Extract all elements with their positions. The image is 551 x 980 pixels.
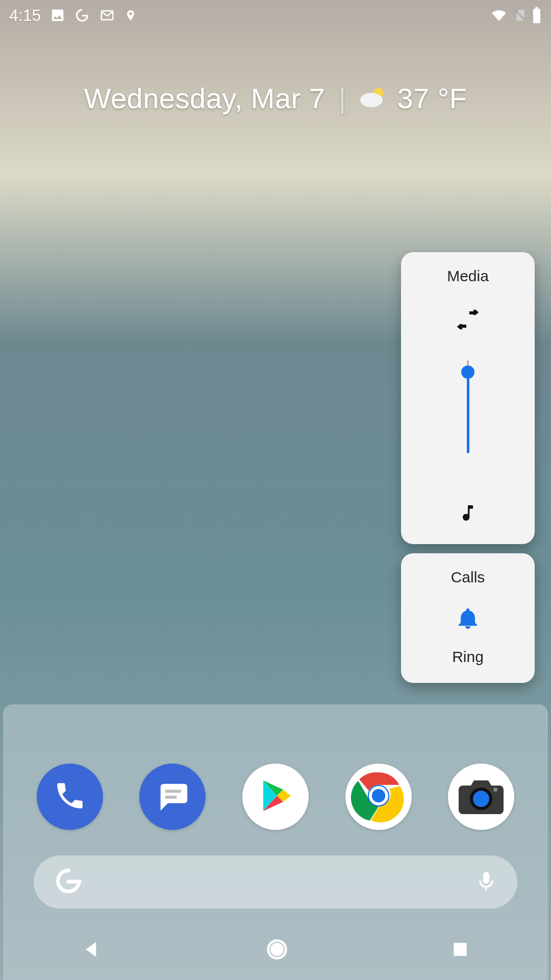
- camera-app[interactable]: [448, 764, 514, 830]
- google-g-icon: [74, 8, 90, 23]
- chrome-app[interactable]: [345, 764, 412, 830]
- status-time: 4:15: [9, 6, 41, 25]
- recents-button[interactable]: [450, 940, 470, 961]
- favorites-tray: [0, 764, 551, 830]
- svg-rect-18: [454, 943, 467, 955]
- message-icon: [155, 778, 190, 816]
- svg-point-17: [271, 944, 282, 954]
- phone-app[interactable]: [37, 764, 103, 830]
- media-volume-panel: Media: [401, 252, 535, 544]
- temperature-label: 37 °F: [397, 82, 467, 115]
- date-weather-widget[interactable]: Wednesday, Mar 7 | 37 °F: [0, 82, 551, 115]
- play-store-icon: [257, 776, 294, 818]
- image-icon: [50, 8, 65, 23]
- calls-mode-label: Ring: [452, 648, 484, 666]
- divider: |: [338, 82, 346, 115]
- calls-title: Calls: [451, 569, 485, 586]
- audio-output-switch-icon[interactable]: [454, 309, 482, 332]
- svg-point-11: [370, 788, 387, 804]
- system-nav-bar: [0, 931, 551, 970]
- volume-panels: Media Calls Ring: [401, 252, 535, 683]
- svg-marker-15: [86, 942, 96, 957]
- wifi-icon: [490, 8, 508, 23]
- partly-cloudy-icon: [359, 82, 388, 115]
- mic-icon[interactable]: [475, 868, 497, 896]
- messages-app[interactable]: [139, 764, 206, 830]
- no-sim-icon: [513, 7, 527, 23]
- svg-point-13: [473, 791, 489, 807]
- svg-rect-1: [533, 9, 540, 23]
- play-store-app[interactable]: [242, 764, 309, 830]
- phone-icon: [53, 779, 87, 815]
- bell-icon[interactable]: [456, 605, 480, 634]
- media-title: Media: [447, 267, 489, 285]
- svg-point-14: [493, 788, 497, 792]
- camera-icon: [457, 775, 506, 818]
- home-button[interactable]: [265, 938, 289, 963]
- date-label: Wednesday, Mar 7: [84, 82, 325, 115]
- status-bar: 4:15: [0, 0, 551, 31]
- chrome-icon: [350, 768, 407, 826]
- battery-icon: [532, 7, 542, 24]
- music-note-icon[interactable]: [458, 501, 478, 527]
- back-button[interactable]: [81, 938, 104, 963]
- google-g-icon: [54, 867, 83, 897]
- svg-rect-7: [165, 790, 182, 793]
- svg-rect-2: [535, 7, 538, 9]
- svg-rect-8: [165, 796, 177, 799]
- calls-ring-panel: Calls Ring: [401, 553, 535, 683]
- location-icon: [124, 8, 137, 23]
- media-volume-slider[interactable]: [467, 372, 469, 453]
- svg-point-4: [360, 93, 383, 107]
- google-search-bar[interactable]: [34, 855, 517, 909]
- gmail-icon: [99, 8, 115, 23]
